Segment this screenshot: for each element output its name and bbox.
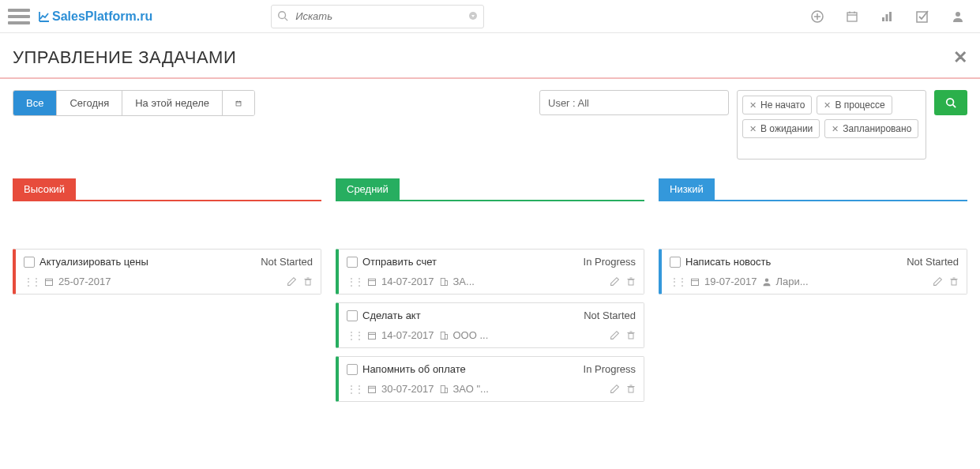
calendar-icon <box>367 385 377 394</box>
svg-rect-47 <box>692 279 699 285</box>
task-date: 14-07-2017 <box>381 276 434 287</box>
building-icon <box>439 385 449 394</box>
drag-handle-icon[interactable]: ⋮⋮ <box>347 384 362 395</box>
person-icon <box>762 277 772 287</box>
calendar-icon <box>367 277 377 287</box>
checkbox-icon[interactable] <box>915 9 929 24</box>
column-header: Средний <box>336 178 400 200</box>
trash-icon[interactable] <box>303 276 313 287</box>
filters-row: Все Сегодня На этой неделе ✕Не начато ✕В… <box>0 79 980 171</box>
close-icon[interactable]: ✕ <box>953 47 967 68</box>
task-title: Сделать акт <box>362 310 579 321</box>
task-extra: ЗА... <box>453 276 475 287</box>
edit-icon[interactable] <box>610 276 620 287</box>
drag-handle-icon[interactable]: ⋮⋮ <box>347 330 362 341</box>
task-card[interactable]: Актуализировать цены Not Started ⋮⋮ 25-0… <box>13 249 321 295</box>
edit-icon[interactable] <box>610 384 620 394</box>
filter-today-button[interactable]: Сегодня <box>57 91 122 115</box>
edit-icon[interactable] <box>287 276 297 287</box>
global-search <box>271 5 484 28</box>
task-checkbox[interactable] <box>347 310 358 321</box>
edit-icon[interactable] <box>610 330 620 340</box>
column-header: Высокий <box>13 178 76 200</box>
task-title: Напомнить об оплате <box>362 363 579 375</box>
status-tag[interactable]: ✕В процессе <box>817 96 892 114</box>
svg-rect-37 <box>629 333 633 339</box>
bar-chart-icon[interactable] <box>880 10 893 23</box>
drag-handle-icon[interactable]: ⋮⋮ <box>24 276 39 287</box>
svg-rect-23 <box>306 280 310 285</box>
task-checkbox[interactable] <box>347 364 358 375</box>
svg-point-0 <box>279 11 286 18</box>
user-filter-select[interactable] <box>539 90 729 115</box>
logo-text: SalesPlatform.ru <box>52 9 152 24</box>
calendar-icon[interactable] <box>846 10 858 23</box>
page-header: УПРАВЛЕНИЕ ЗАДАЧАМИ ✕ <box>0 33 980 79</box>
column-high: Высокий Актуализировать цены Not Started… <box>13 178 321 410</box>
drag-handle-icon[interactable]: ⋮⋮ <box>670 276 685 287</box>
task-status: In Progress <box>584 363 636 375</box>
svg-rect-43 <box>445 388 447 392</box>
filter-calendar-button[interactable] <box>223 91 254 115</box>
trash-icon[interactable] <box>949 276 959 287</box>
filter-week-button[interactable]: На этой неделе <box>122 91 223 115</box>
task-card[interactable]: Сделать акт Not Started ⋮⋮ 14-07-2017 ОО… <box>336 302 644 348</box>
search-icon <box>277 10 288 21</box>
task-status: Not Started <box>907 256 959 268</box>
svg-rect-44 <box>629 387 633 392</box>
task-card[interactable]: Отправить счет In Progress ⋮⋮ 14-07-2017… <box>336 249 644 295</box>
task-title: Актуализировать цены <box>39 256 256 268</box>
task-status: Not Started <box>584 310 636 321</box>
trash-icon[interactable] <box>626 276 636 287</box>
logo[interactable]: SalesPlatform.ru <box>38 9 152 24</box>
remove-icon[interactable]: ✕ <box>824 100 831 111</box>
chevron-down-icon[interactable] <box>468 11 478 21</box>
svg-rect-10 <box>882 17 884 21</box>
status-tag[interactable]: ✕В ожидании <box>742 119 820 138</box>
svg-rect-40 <box>369 386 376 392</box>
trash-icon[interactable] <box>626 384 636 394</box>
task-card[interactable]: Напомнить об оплате In Progress ⋮⋮ 30-07… <box>336 356 644 402</box>
drag-handle-icon[interactable]: ⋮⋮ <box>347 276 362 287</box>
status-tag[interactable]: ✕Не начато <box>742 96 812 114</box>
svg-point-14 <box>956 12 960 17</box>
page-title: УПРАВЛЕНИЕ ЗАДАЧАМИ <box>13 47 236 68</box>
trash-icon[interactable] <box>626 330 636 340</box>
column-medium: Средний Отправить счет In Progress ⋮⋮ 14… <box>336 178 644 410</box>
menu-icon[interactable] <box>8 6 30 28</box>
remove-icon[interactable]: ✕ <box>832 124 839 134</box>
building-icon <box>439 331 449 340</box>
task-date: 25-07-2017 <box>58 276 111 287</box>
chart-icon <box>38 10 51 23</box>
svg-rect-26 <box>369 279 376 285</box>
remove-icon[interactable]: ✕ <box>749 124 757 134</box>
topbar-right <box>811 9 972 24</box>
task-checkbox[interactable] <box>670 257 681 268</box>
task-extra: ЗАО "... <box>453 383 489 395</box>
task-date: 19-07-2017 <box>704 276 757 287</box>
svg-rect-15 <box>236 101 241 106</box>
svg-rect-30 <box>629 280 633 285</box>
status-tag[interactable]: ✕Запланировано <box>824 119 918 138</box>
task-card[interactable]: Написать новость Not Started ⋮⋮ 19-07-20… <box>659 249 967 295</box>
svg-rect-29 <box>445 280 447 285</box>
task-status: Not Started <box>261 256 313 268</box>
search-button[interactable] <box>934 90 967 115</box>
kanban-columns: Высокий Актуализировать цены Not Started… <box>0 171 980 418</box>
svg-rect-36 <box>445 334 447 339</box>
task-checkbox[interactable] <box>347 257 358 268</box>
svg-rect-12 <box>889 12 892 21</box>
svg-rect-50 <box>952 280 956 285</box>
edit-icon[interactable] <box>933 276 943 287</box>
user-icon[interactable] <box>952 10 964 23</box>
plus-icon[interactable] <box>811 10 824 23</box>
remove-icon[interactable]: ✕ <box>749 100 757 111</box>
search-input[interactable] <box>271 5 484 28</box>
building-icon <box>439 277 449 287</box>
calendar-icon <box>44 277 54 287</box>
svg-line-1 <box>285 17 288 21</box>
svg-rect-6 <box>847 13 857 21</box>
task-checkbox[interactable] <box>24 257 35 268</box>
calendar-icon <box>367 331 377 340</box>
filter-all-button[interactable]: Все <box>13 91 57 115</box>
